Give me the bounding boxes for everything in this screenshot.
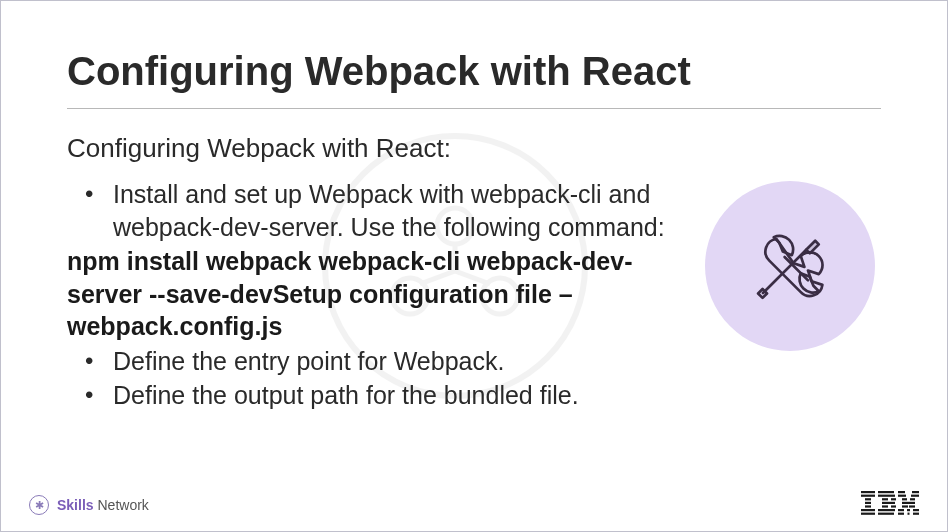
- bullet-install: Install and set up Webpack with webpack-…: [79, 178, 677, 243]
- slide-title: Configuring Webpack with React: [67, 49, 881, 109]
- network-label: Network: [97, 497, 148, 513]
- svg-rect-27: [912, 491, 919, 493]
- svg-rect-22: [882, 505, 888, 507]
- svg-rect-17: [878, 491, 894, 493]
- svg-rect-28: [898, 495, 906, 497]
- svg-rect-12: [865, 498, 871, 500]
- svg-rect-16: [861, 513, 875, 515]
- svg-rect-25: [878, 513, 894, 515]
- svg-rect-30: [902, 498, 907, 500]
- wrench-screwdriver-icon: [745, 221, 835, 311]
- svg-rect-14: [865, 505, 871, 507]
- svg-rect-38: [898, 513, 904, 515]
- svg-rect-31: [910, 498, 915, 500]
- svg-rect-21: [882, 502, 895, 504]
- bullet-output: Define the output path for the bundled f…: [79, 379, 677, 412]
- command-text: npm install webpack webpack-cli webpack-…: [67, 245, 677, 343]
- svg-rect-26: [898, 491, 905, 493]
- svg-rect-13: [865, 502, 871, 504]
- svg-rect-10: [861, 491, 875, 493]
- svg-rect-33: [902, 505, 908, 507]
- skills-label: Skills: [57, 497, 94, 513]
- svg-rect-34: [909, 505, 915, 507]
- svg-rect-20: [891, 498, 896, 500]
- svg-rect-18: [878, 495, 895, 497]
- body-text: Configuring Webpack with React: Install …: [67, 133, 677, 414]
- svg-rect-23: [891, 505, 896, 507]
- svg-rect-11: [861, 495, 875, 497]
- subtitle: Configuring Webpack with React:: [67, 133, 677, 164]
- bullet-entry: Define the entry point for Webpack.: [79, 345, 677, 378]
- svg-rect-19: [882, 498, 888, 500]
- svg-rect-32: [902, 502, 915, 504]
- ibm-logo: [861, 491, 919, 519]
- svg-rect-15: [861, 509, 875, 511]
- svg-rect-37: [913, 509, 919, 511]
- skills-network-badge: ✱ Skills Network: [29, 495, 149, 515]
- gear-icon: ✱: [29, 495, 49, 515]
- tools-graphic: [705, 181, 875, 351]
- svg-rect-24: [878, 509, 895, 511]
- svg-rect-29: [911, 495, 919, 497]
- svg-rect-35: [898, 509, 904, 511]
- svg-rect-36: [907, 509, 910, 511]
- svg-rect-39: [908, 513, 910, 515]
- svg-rect-40: [913, 513, 919, 515]
